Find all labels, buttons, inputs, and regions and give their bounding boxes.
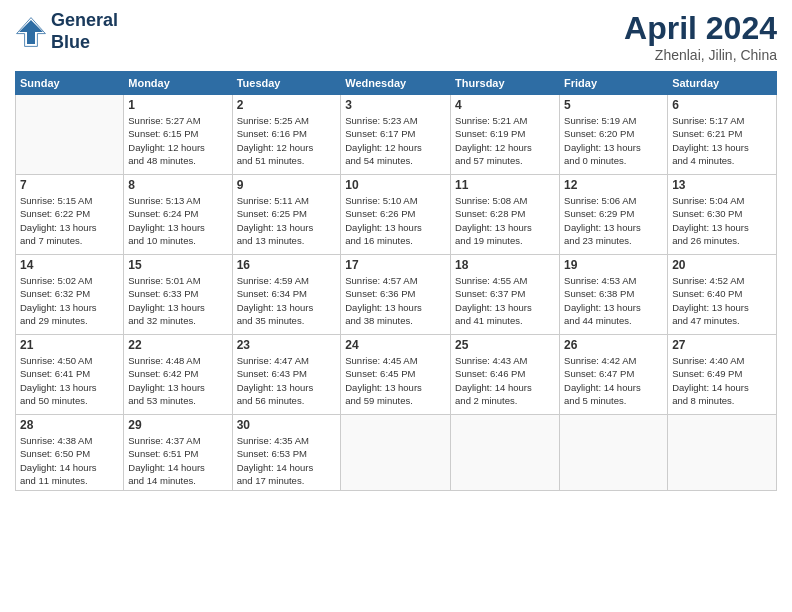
week-row-1: 1Sunrise: 5:27 AM Sunset: 6:15 PM Daylig… (16, 95, 777, 175)
calendar-cell: 26Sunrise: 4:42 AM Sunset: 6:47 PM Dayli… (560, 335, 668, 415)
day-info: Sunrise: 5:11 AM Sunset: 6:25 PM Dayligh… (237, 194, 337, 247)
day-info: Sunrise: 5:27 AM Sunset: 6:15 PM Dayligh… (128, 114, 227, 167)
calendar-cell: 10Sunrise: 5:10 AM Sunset: 6:26 PM Dayli… (341, 175, 451, 255)
header-cell-tuesday: Tuesday (232, 72, 341, 95)
calendar-cell: 6Sunrise: 5:17 AM Sunset: 6:21 PM Daylig… (668, 95, 777, 175)
day-number: 19 (564, 258, 663, 272)
day-info: Sunrise: 5:25 AM Sunset: 6:16 PM Dayligh… (237, 114, 337, 167)
day-info: Sunrise: 4:43 AM Sunset: 6:46 PM Dayligh… (455, 354, 555, 407)
day-number: 17 (345, 258, 446, 272)
day-info: Sunrise: 4:59 AM Sunset: 6:34 PM Dayligh… (237, 274, 337, 327)
header-row: SundayMondayTuesdayWednesdayThursdayFrid… (16, 72, 777, 95)
calendar-cell: 20Sunrise: 4:52 AM Sunset: 6:40 PM Dayli… (668, 255, 777, 335)
day-info: Sunrise: 5:17 AM Sunset: 6:21 PM Dayligh… (672, 114, 772, 167)
calendar-cell: 4Sunrise: 5:21 AM Sunset: 6:19 PM Daylig… (451, 95, 560, 175)
day-number: 21 (20, 338, 119, 352)
calendar-cell: 8Sunrise: 5:13 AM Sunset: 6:24 PM Daylig… (124, 175, 232, 255)
svg-marker-0 (19, 20, 43, 44)
header-cell-thursday: Thursday (451, 72, 560, 95)
calendar-cell: 18Sunrise: 4:55 AM Sunset: 6:37 PM Dayli… (451, 255, 560, 335)
calendar-cell: 9Sunrise: 5:11 AM Sunset: 6:25 PM Daylig… (232, 175, 341, 255)
calendar-cell: 1Sunrise: 5:27 AM Sunset: 6:15 PM Daylig… (124, 95, 232, 175)
header-cell-wednesday: Wednesday (341, 72, 451, 95)
logo-text: General Blue (51, 10, 118, 53)
day-info: Sunrise: 5:06 AM Sunset: 6:29 PM Dayligh… (564, 194, 663, 247)
calendar-cell: 17Sunrise: 4:57 AM Sunset: 6:36 PM Dayli… (341, 255, 451, 335)
week-row-2: 7Sunrise: 5:15 AM Sunset: 6:22 PM Daylig… (16, 175, 777, 255)
calendar-cell: 29Sunrise: 4:37 AM Sunset: 6:51 PM Dayli… (124, 415, 232, 491)
week-row-5: 28Sunrise: 4:38 AM Sunset: 6:50 PM Dayli… (16, 415, 777, 491)
calendar-table: SundayMondayTuesdayWednesdayThursdayFrid… (15, 71, 777, 491)
day-info: Sunrise: 5:19 AM Sunset: 6:20 PM Dayligh… (564, 114, 663, 167)
location: Zhenlai, Jilin, China (624, 47, 777, 63)
calendar-header: SundayMondayTuesdayWednesdayThursdayFrid… (16, 72, 777, 95)
day-info: Sunrise: 4:52 AM Sunset: 6:40 PM Dayligh… (672, 274, 772, 327)
day-number: 7 (20, 178, 119, 192)
logo-line2: Blue (51, 32, 118, 54)
day-number: 18 (455, 258, 555, 272)
day-number: 12 (564, 178, 663, 192)
day-info: Sunrise: 5:01 AM Sunset: 6:33 PM Dayligh… (128, 274, 227, 327)
calendar-body: 1Sunrise: 5:27 AM Sunset: 6:15 PM Daylig… (16, 95, 777, 491)
calendar-cell: 21Sunrise: 4:50 AM Sunset: 6:41 PM Dayli… (16, 335, 124, 415)
day-info: Sunrise: 4:53 AM Sunset: 6:38 PM Dayligh… (564, 274, 663, 327)
calendar-cell: 15Sunrise: 5:01 AM Sunset: 6:33 PM Dayli… (124, 255, 232, 335)
day-number: 10 (345, 178, 446, 192)
page-container: General Blue April 2024 Zhenlai, Jilin, … (0, 0, 792, 501)
header-cell-sunday: Sunday (16, 72, 124, 95)
calendar-cell: 14Sunrise: 5:02 AM Sunset: 6:32 PM Dayli… (16, 255, 124, 335)
day-info: Sunrise: 5:10 AM Sunset: 6:26 PM Dayligh… (345, 194, 446, 247)
day-info: Sunrise: 5:15 AM Sunset: 6:22 PM Dayligh… (20, 194, 119, 247)
day-number: 25 (455, 338, 555, 352)
calendar-cell: 19Sunrise: 4:53 AM Sunset: 6:38 PM Dayli… (560, 255, 668, 335)
calendar-cell: 3Sunrise: 5:23 AM Sunset: 6:17 PM Daylig… (341, 95, 451, 175)
calendar-cell: 16Sunrise: 4:59 AM Sunset: 6:34 PM Dayli… (232, 255, 341, 335)
day-info: Sunrise: 5:02 AM Sunset: 6:32 PM Dayligh… (20, 274, 119, 327)
title-area: April 2024 Zhenlai, Jilin, China (624, 10, 777, 63)
day-number: 6 (672, 98, 772, 112)
day-info: Sunrise: 4:50 AM Sunset: 6:41 PM Dayligh… (20, 354, 119, 407)
calendar-cell (16, 95, 124, 175)
calendar-cell: 24Sunrise: 4:45 AM Sunset: 6:45 PM Dayli… (341, 335, 451, 415)
day-number: 27 (672, 338, 772, 352)
day-info: Sunrise: 4:37 AM Sunset: 6:51 PM Dayligh… (128, 434, 227, 487)
day-number: 3 (345, 98, 446, 112)
day-info: Sunrise: 4:35 AM Sunset: 6:53 PM Dayligh… (237, 434, 337, 487)
header-cell-monday: Monday (124, 72, 232, 95)
day-info: Sunrise: 4:42 AM Sunset: 6:47 PM Dayligh… (564, 354, 663, 407)
calendar-cell: 25Sunrise: 4:43 AM Sunset: 6:46 PM Dayli… (451, 335, 560, 415)
day-number: 20 (672, 258, 772, 272)
day-number: 5 (564, 98, 663, 112)
calendar-cell: 30Sunrise: 4:35 AM Sunset: 6:53 PM Dayli… (232, 415, 341, 491)
day-info: Sunrise: 4:45 AM Sunset: 6:45 PM Dayligh… (345, 354, 446, 407)
day-info: Sunrise: 4:38 AM Sunset: 6:50 PM Dayligh… (20, 434, 119, 487)
calendar-cell (341, 415, 451, 491)
calendar-cell: 11Sunrise: 5:08 AM Sunset: 6:28 PM Dayli… (451, 175, 560, 255)
calendar-cell (560, 415, 668, 491)
calendar-cell: 12Sunrise: 5:06 AM Sunset: 6:29 PM Dayli… (560, 175, 668, 255)
day-number: 13 (672, 178, 772, 192)
day-number: 14 (20, 258, 119, 272)
day-number: 9 (237, 178, 337, 192)
day-number: 11 (455, 178, 555, 192)
day-info: Sunrise: 4:48 AM Sunset: 6:42 PM Dayligh… (128, 354, 227, 407)
day-number: 24 (345, 338, 446, 352)
calendar-cell: 7Sunrise: 5:15 AM Sunset: 6:22 PM Daylig… (16, 175, 124, 255)
day-number: 8 (128, 178, 227, 192)
week-row-3: 14Sunrise: 5:02 AM Sunset: 6:32 PM Dayli… (16, 255, 777, 335)
logo-line1: General (51, 10, 118, 32)
calendar-cell: 28Sunrise: 4:38 AM Sunset: 6:50 PM Dayli… (16, 415, 124, 491)
week-row-4: 21Sunrise: 4:50 AM Sunset: 6:41 PM Dayli… (16, 335, 777, 415)
day-info: Sunrise: 4:55 AM Sunset: 6:37 PM Dayligh… (455, 274, 555, 327)
day-number: 29 (128, 418, 227, 432)
day-number: 16 (237, 258, 337, 272)
day-info: Sunrise: 5:04 AM Sunset: 6:30 PM Dayligh… (672, 194, 772, 247)
day-info: Sunrise: 5:23 AM Sunset: 6:17 PM Dayligh… (345, 114, 446, 167)
header-cell-saturday: Saturday (668, 72, 777, 95)
day-info: Sunrise: 5:08 AM Sunset: 6:28 PM Dayligh… (455, 194, 555, 247)
logo: General Blue (15, 10, 118, 53)
day-number: 1 (128, 98, 227, 112)
calendar-cell: 2Sunrise: 5:25 AM Sunset: 6:16 PM Daylig… (232, 95, 341, 175)
header: General Blue April 2024 Zhenlai, Jilin, … (15, 10, 777, 63)
calendar-cell: 5Sunrise: 5:19 AM Sunset: 6:20 PM Daylig… (560, 95, 668, 175)
